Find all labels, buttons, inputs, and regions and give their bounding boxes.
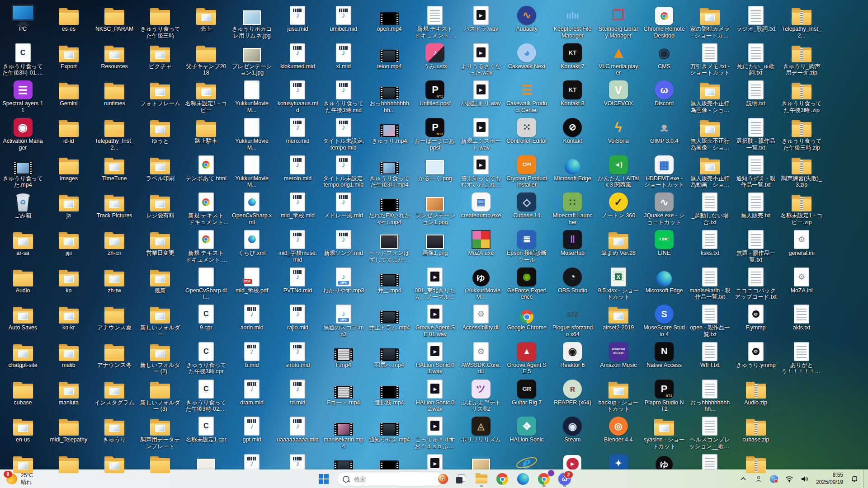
desktop-icon[interactable]: 通知うぜえ - 親作品一覧.txt bbox=[734, 151, 778, 188]
desktop-icon[interactable]: きゅうり食ってた午後三時 bbox=[138, 1, 182, 39]
desktop-icon[interactable]: ‖MuseHub bbox=[551, 225, 594, 257]
desktop-icon[interactable]: ▶答え知っててもむずいわこれ.wav bbox=[459, 151, 503, 188]
desktop-icon[interactable]: SMuseScore Studio 4 bbox=[642, 300, 686, 338]
desktop-icon[interactable]: OpenCvSharp.xml bbox=[230, 188, 274, 225]
notification-bell-icon[interactable]: z bbox=[848, 472, 861, 486]
desktop-icon[interactable]: 営業日変更 bbox=[138, 225, 182, 257]
desktop-icon[interactable]: きゅうり食ってた.mp4 bbox=[1, 151, 45, 188]
desktop-icon[interactable]: ▶001_東北きりたん（ノーマル）_今じゃ... bbox=[413, 263, 457, 300]
desktop-icon[interactable]: CPICrypton Product Installer bbox=[505, 151, 549, 188]
desktop-icon[interactable]: レジ袋有料 bbox=[138, 188, 182, 219]
desktop-icon[interactable]: きゅうりボカコレ用サムネ.jpg bbox=[230, 1, 274, 39]
desktop-icon[interactable]: ゆきゅうり.ymmp bbox=[734, 338, 778, 369]
desktop-icon[interactable]: midi_Telepathy bbox=[47, 412, 90, 443]
desktop-icon[interactable]: ゆ（YukkuriMovieM... bbox=[459, 263, 503, 300]
desktop-icon[interactable]: ◬ポリリリリズム bbox=[459, 412, 503, 443]
desktop-icon[interactable]: airset2-2019 bbox=[596, 300, 640, 331]
desktop-icon[interactable]: VVOICEVOX bbox=[596, 76, 640, 107]
desktop-icon[interactable]: ありがとう！！！！！！.txt bbox=[780, 338, 824, 375]
desktop-icon[interactable]: cubase bbox=[1, 375, 45, 406]
desktop-icon[interactable]: Microsoft Edge bbox=[642, 263, 686, 294]
desktop-icon[interactable]: 無題 - 親作品一覧.txt bbox=[734, 225, 778, 263]
desktop-icon[interactable]: 筆まめ Ver.28 bbox=[596, 225, 640, 257]
desktop-icon[interactable]: 売上 bbox=[184, 1, 228, 33]
desktop-icon[interactable]: akis.txt bbox=[780, 300, 824, 331]
desktop-icon[interactable]: amazon musicAmazon Music bbox=[596, 338, 640, 369]
desktop-icon[interactable]: KTKontakt 8 bbox=[551, 76, 594, 107]
desktop-icon[interactable]: ニコニコバックアップコード.txt bbox=[734, 263, 778, 300]
desktop-icon[interactable]: ksks.txt bbox=[688, 225, 732, 257]
desktop-icon[interactable]: Track Pictures bbox=[93, 188, 137, 219]
desktop-icon[interactable]: ♪mid_学校muse.mid bbox=[276, 225, 320, 263]
desktop-icon[interactable]: ♪dram.mid bbox=[230, 375, 274, 406]
desktop-icon[interactable]: ♪わかりやす.mp3 bbox=[321, 263, 365, 294]
desktop-icon[interactable]: きゅうり食ってた午後3時.mp4 bbox=[368, 151, 411, 188]
desktop-icon[interactable]: ♪uaaaaaaaaa.mid bbox=[276, 412, 320, 443]
desktop-icon[interactable]: ▶HALion Sonic 01.wav bbox=[413, 338, 457, 375]
desktop-icon[interactable]: Telepathy_Inst_2... bbox=[780, 1, 824, 39]
taskbar-button-chrome-profile[interactable] bbox=[535, 471, 552, 487]
desktop-icon[interactable]: ☰SpectraLayers 11 bbox=[1, 76, 45, 113]
desktop-icon[interactable]: 選択肢.mp4 bbox=[368, 375, 411, 406]
desktop-icon[interactable]: きゅうり食ってた午後三時.zip bbox=[780, 113, 824, 151]
desktop-icon[interactable]: 名称未設定1 - コピー.zip bbox=[780, 188, 824, 225]
desktop-icon[interactable]: manisekarin.mp4 bbox=[321, 412, 365, 450]
desktop-icon[interactable]: きゅうり bbox=[93, 412, 137, 443]
desktop-icon[interactable]: 無人販売不正行為画像 - ショートカッ... bbox=[688, 76, 732, 113]
tray-vpn-person-icon[interactable] bbox=[752, 472, 765, 486]
desktop-icon[interactable]: ⚙general.ini bbox=[780, 225, 824, 257]
desktop-icon[interactable]: ♪メドレー風.mid bbox=[321, 188, 365, 219]
desktop-icon[interactable]: ⚙MoZA.ini bbox=[780, 263, 824, 294]
desktop-icon[interactable]: NNative Access bbox=[642, 338, 686, 369]
desktop-icon[interactable]: syasinn - ショートカット bbox=[642, 412, 686, 450]
desktop-icon[interactable]: chatgpt-site bbox=[1, 338, 45, 369]
desktop-icon[interactable]: きゅうり.mp4 bbox=[368, 113, 411, 145]
desktop-icon[interactable]: ♻ごみ箱 bbox=[1, 188, 45, 219]
desktop-icon[interactable]: ≣Epson 接続診断ツール bbox=[505, 225, 549, 263]
desktop-icon[interactable]: 最新 bbox=[138, 263, 182, 294]
desktop-icon[interactable]: ωDiscord bbox=[642, 76, 686, 107]
desktop-icon[interactable]: Auto Saves bbox=[1, 300, 45, 331]
desktop-icon[interactable]: ▲VLC media player bbox=[596, 39, 640, 76]
desktop-icon[interactable]: 説明.txt bbox=[734, 76, 778, 107]
desktop-icon[interactable]: C9.cpr bbox=[184, 300, 228, 331]
desktop-icon[interactable]: ▶小銭詰まり.wav bbox=[459, 76, 503, 107]
desktop-icon[interactable]: ▶HALion Sonic 02.wav bbox=[413, 375, 457, 413]
desktop-icon[interactable]: ◎Blender 4.4 bbox=[596, 412, 640, 443]
desktop-icon[interactable]: X9.5.xlsx - ショートカット bbox=[596, 263, 640, 300]
desktop-icon[interactable]: TimeTune bbox=[93, 151, 137, 182]
desktop-icon[interactable]: 無人販売不正行為画像 - ショートカット bbox=[688, 113, 732, 151]
desktop-icon[interactable]: ♪PVTNd.mid bbox=[276, 263, 320, 294]
desktop-icon[interactable]: Pおーばーまにあ.ppsf bbox=[413, 113, 457, 151]
desktop-icon[interactable]: YukkuriMovieM... bbox=[230, 76, 274, 113]
desktop-icon[interactable]: ヘルスコンプレッション__歌詞.txt bbox=[688, 412, 732, 450]
taskbar-button-task-view[interactable] bbox=[452, 471, 469, 487]
desktop-icon[interactable]: きゅうり_調声用データ.zip bbox=[780, 39, 824, 76]
desktop-icon[interactable]: ıılııKeepforest File Manager bbox=[551, 1, 594, 39]
desktop-icon[interactable]: 万引きメモ.txt - ショートカット bbox=[688, 39, 732, 76]
desktop-icon[interactable]: 新しいフォルダー (3) bbox=[138, 375, 182, 413]
desktop-icon[interactable]: 家の防犯カメラ - ショートカット bbox=[688, 1, 732, 39]
desktop-icon[interactable]: OpenCvSharp.dll... bbox=[184, 263, 228, 300]
desktop-icon[interactable]: 新規 テキスト ドキュメント.html bbox=[184, 225, 228, 263]
desktop-icon[interactable]: YukkuriMovieM... bbox=[230, 151, 274, 188]
desktop-icon[interactable]: sfzPlogue sforzando x64 bbox=[551, 300, 594, 338]
desktop-icon[interactable]: ko-kr bbox=[47, 300, 90, 331]
desktop-icon[interactable]: Telepathy_Inst_2... bbox=[93, 113, 137, 151]
desktop-icon[interactable]: 新しいフォルダー bbox=[138, 300, 182, 338]
desktop-wallpaper[interactable]: PCes-esNKSC_PARAMきゅうり食ってた午後三時売上きゅうりボカコレ用… bbox=[0, 0, 868, 470]
desktop-icon[interactable]: MoZA.exe bbox=[459, 225, 503, 257]
desktop-icon[interactable]: 調声練習(失敗)_3.zip bbox=[780, 151, 824, 188]
desktop-icon[interactable]: zh-cn bbox=[93, 225, 137, 257]
desktop-icon[interactable]: ◉GeForce Experience bbox=[505, 263, 549, 300]
desktop-icon[interactable]: PPiapro Studio NT2 bbox=[642, 375, 686, 413]
desktop-icon[interactable]: ar-sa bbox=[1, 225, 45, 257]
desktop-icon[interactable]: ◕Cakewalk Next bbox=[505, 39, 549, 70]
desktop-icon[interactable]: 画像1.png bbox=[413, 225, 457, 257]
desktop-icon[interactable]: ♪タイトル未設定.tempo.orig1.mid bbox=[321, 151, 365, 188]
desktop-icon[interactable]: GRGuitar Rig 7 bbox=[505, 375, 549, 406]
desktop-icon[interactable]: 路上駐車 bbox=[184, 113, 228, 145]
desktop-icon[interactable]: manisekarin - 親作品一覧.txt bbox=[688, 263, 732, 300]
desktop-icon[interactable]: テンポあて.html bbox=[184, 151, 228, 182]
desktop-icon[interactable]: おっhhhhhhhhhhh... bbox=[688, 375, 732, 413]
